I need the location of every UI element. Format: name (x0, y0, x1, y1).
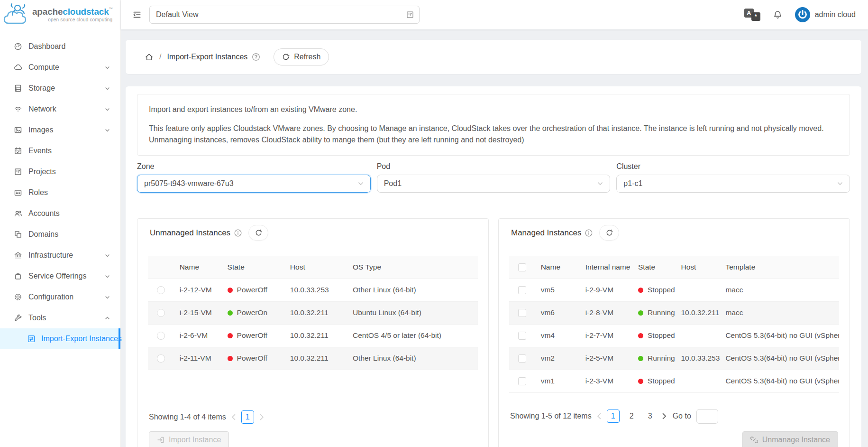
sidebar-item-service-offerings[interactable]: Service Offerings (0, 266, 120, 287)
table-cell: Other Linux (64-bit) (347, 347, 478, 370)
row-checkbox[interactable] (518, 354, 526, 363)
prev-page-icon[interactable] (597, 413, 602, 419)
prev-page-icon[interactable] (231, 414, 236, 420)
state-dot (228, 333, 233, 338)
table-cell: i-2-9-VM (580, 279, 633, 301)
column-header: OS Type (347, 256, 478, 279)
row-radio[interactable] (157, 286, 165, 294)
cloudmonkey-mascot-icon (3, 2, 31, 27)
page-title: Import-Export Instances (167, 53, 247, 61)
brand-name: apachecloudstack™ (32, 7, 112, 16)
sidebar-item-import-export-instances[interactable]: Import-Export Instances (0, 328, 120, 349)
unmanaged-table: Name State Host OS Type i-2-12-VMPowerOf… (148, 256, 478, 370)
sidebar-item-dashboard[interactable]: Dashboard (0, 36, 120, 57)
question-circle-icon[interactable] (252, 53, 260, 61)
description-line-2: This feature only applies Cloudstack VMw… (149, 123, 838, 146)
home-icon[interactable] (145, 53, 154, 62)
zone-select[interactable]: pr5075-t943-vmware-67u3 (137, 175, 371, 193)
table-cell: 10.0.32.211 (285, 301, 347, 324)
import-icon (157, 436, 164, 444)
table-cell: CentOS 4/5 or later (64-bit) (347, 324, 478, 347)
info-circle-icon[interactable] (234, 229, 242, 237)
page-number[interactable]: 3 (644, 410, 657, 423)
wifi-icon (14, 105, 22, 113)
bell-icon[interactable] (773, 10, 783, 20)
row-checkbox[interactable] (518, 309, 526, 317)
sidebar-item-events[interactable]: Events (0, 140, 120, 161)
team-icon (14, 209, 22, 218)
import-instance-button[interactable]: Import Instance (149, 431, 229, 447)
translate-icon[interactable]: A * (744, 9, 760, 21)
state-cell: PowerOff (222, 324, 285, 347)
sidebar-item-infrastructure[interactable]: Infrastructure (0, 245, 120, 266)
sidebar-item-network[interactable]: Network (0, 99, 120, 120)
table-row[interactable]: vm2i-2-5-VMRunning10.0.33.253CentOS 5.3(… (509, 347, 839, 370)
description-line-1: Import and export instances to/from an e… (149, 104, 838, 115)
view-selector[interactable]: Default View (149, 6, 420, 24)
sidebar-item-tools[interactable]: Tools (0, 307, 120, 328)
page-number[interactable]: 1 (607, 410, 620, 423)
table-row[interactable]: vm6i-2-8-VMRunning10.0.32.211macc (509, 301, 839, 324)
instance-panels: Unmanaged Instances (137, 218, 850, 447)
breadcrumb-bar: / Import-Export Instances Refresh (126, 40, 861, 74)
managed-pagination: Showing 1-5 of 12 items 123 Go to (509, 393, 839, 428)
sidebar-item-configuration[interactable]: Configuration (0, 287, 120, 307)
pagination-summary: Showing 1-5 of 12 items (510, 412, 592, 420)
user-menu[interactable]: admin cloud (795, 7, 856, 22)
select-all-checkbox[interactable] (518, 263, 526, 271)
table-row[interactable]: vm4i-2-7-VMStoppedCentOS 5.3(64-bit) no … (509, 324, 839, 347)
table-row[interactable]: i-2-12-VMPowerOff10.0.33.253Other Linux … (148, 279, 478, 301)
table-cell: CentOS 5.3(64-bit) no GUI (vSphere) (720, 347, 839, 370)
refresh-button[interactable]: Refresh (274, 48, 329, 65)
sidebar-item-images[interactable]: Images (0, 120, 120, 140)
goto-page-input[interactable] (696, 409, 718, 424)
cluster-select[interactable]: p1-c1 (616, 175, 850, 193)
table-cell: i-2-6-VM (174, 324, 222, 347)
row-radio[interactable] (157, 332, 165, 340)
table-cell: i-2-5-VM (580, 347, 633, 370)
unmanage-instance-button[interactable]: Unmanage Instance (742, 431, 838, 447)
sidebar-item-projects[interactable]: Projects (0, 161, 120, 182)
table-cell: vm1 (536, 370, 580, 392)
row-radio[interactable] (157, 309, 165, 317)
row-checkbox[interactable] (518, 332, 526, 340)
caret-down-icon (597, 182, 603, 186)
chevron-down-icon (105, 86, 110, 91)
state-dot (638, 288, 643, 293)
block-icon (14, 230, 22, 239)
row-checkbox[interactable] (518, 377, 526, 385)
sidebar-item-accounts[interactable]: Accounts (0, 203, 120, 224)
brand-tagline: open source cloud computing (32, 18, 112, 22)
managed-refresh-button[interactable] (599, 225, 619, 241)
next-page-icon[interactable] (662, 413, 667, 419)
table-cell: i-2-12-VM (174, 279, 222, 301)
unmanaged-refresh-button[interactable] (248, 225, 268, 241)
import-export-card: Import and export instances to/from an e… (126, 86, 861, 447)
next-page-icon[interactable] (259, 414, 264, 420)
page-number[interactable]: 1 (241, 410, 254, 424)
calendar-check-icon (14, 147, 22, 155)
pod-filter: Pod Pod1 (377, 162, 611, 193)
sidebar-item-compute[interactable]: Compute (0, 57, 120, 78)
sidebar-item-domains[interactable]: Domains (0, 224, 120, 245)
table-row[interactable]: vm5i-2-9-VMStoppedmacc (509, 279, 839, 301)
menu-fold-icon[interactable] (132, 10, 142, 19)
disconnect-icon (750, 436, 758, 444)
chevron-down-icon (105, 128, 110, 133)
row-checkbox[interactable] (518, 286, 526, 294)
table-cell: i-2-8-VM (580, 301, 633, 324)
main-column: Default View A * admin cloud (121, 0, 868, 447)
table-row[interactable]: i-2-15-VMPowerOn10.0.32.211Ubuntu Linux … (148, 301, 478, 324)
pod-select[interactable]: Pod1 (377, 175, 611, 193)
row-radio[interactable] (157, 354, 165, 363)
table-cell: vm5 (536, 279, 580, 301)
sidebar-item-storage[interactable]: Storage (0, 78, 120, 99)
table-row[interactable]: i-2-11-VMPowerOff10.0.32.211Other Linux … (148, 347, 478, 370)
page-number[interactable]: 2 (625, 410, 638, 423)
sidebar-item-roles[interactable]: Roles (0, 182, 120, 203)
table-row[interactable]: vm1i-2-3-VMStoppedCentOS 5.3(64-bit) no … (509, 370, 839, 392)
gear-icon (14, 293, 22, 301)
reload-icon (282, 53, 290, 61)
table-row[interactable]: i-2-6-VMPowerOff10.0.32.211CentOS 4/5 or… (148, 324, 478, 347)
info-circle-icon[interactable] (585, 229, 593, 237)
